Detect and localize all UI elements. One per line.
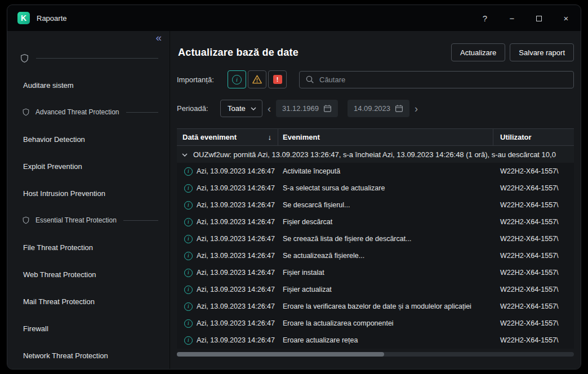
event-user: W22H2-X64-1557\ xyxy=(500,252,559,260)
sidebar-item-firewall[interactable]: Firewall xyxy=(7,315,170,342)
event-date: Azi, 13.09.2023 14:26:47 xyxy=(197,269,275,277)
sidebar-item-label: Mail Threat Protection xyxy=(23,297,95,306)
sidebar-item-label: Host Intrusion Prevention xyxy=(23,189,105,198)
event-date-cell: i Azi, 13.09.2023 14:26:47 xyxy=(177,184,278,193)
window-controls: ? − × xyxy=(480,14,571,23)
event-date-cell: i Azi, 13.09.2023 14:26:47 xyxy=(177,167,278,176)
event-name-cell: Se creează lista de fișiere de descărcat… xyxy=(278,235,493,243)
sidebar-item-mail-threat-protection[interactable]: Mail Threat Protection xyxy=(7,288,170,315)
sidebar-item-auditare-sistem[interactable]: Auditare sistem xyxy=(7,72,170,99)
event-name-cell: Fișier descărcat xyxy=(278,218,493,226)
table-row[interactable]: i Azi, 13.09.2023 14:26:47 Activitate în… xyxy=(177,163,574,180)
search-input[interactable] xyxy=(319,75,568,84)
table-row[interactable]: i Azi, 13.09.2023 14:26:47 Eroare actual… xyxy=(177,332,574,349)
sidebar-item-label: Web Threat Protection xyxy=(23,270,96,279)
sidebar-item-label: Behavior Detection xyxy=(23,135,85,144)
sidebar-menu: Auditare sistem Advanced Threat Protecti… xyxy=(7,44,170,369)
section-divider xyxy=(36,58,158,59)
table-row[interactable]: i Azi, 13.09.2023 14:26:47 Fișier instal… xyxy=(177,264,574,281)
info-icon: i xyxy=(184,235,193,243)
info-icon: i xyxy=(184,336,193,345)
table-row[interactable]: i Azi, 13.09.2023 14:26:47 Eroare la ver… xyxy=(177,298,574,315)
save-report-button[interactable]: Salvare raport xyxy=(510,43,574,61)
table-row[interactable]: i Azi, 13.09.2023 14:26:47 Fișier descăr… xyxy=(177,213,574,230)
page-title: Actualizare bază de date xyxy=(178,47,299,59)
info-icon: i xyxy=(184,201,193,210)
sidebar-collapse-icon[interactable]: « xyxy=(155,32,162,43)
sidebar-item-behavior-detection[interactable]: Behavior Detection xyxy=(7,126,170,153)
event-user: W22H2-X64-1557\ xyxy=(500,218,559,226)
help-icon[interactable]: ? xyxy=(480,14,489,23)
critical-filter-button[interactable]: ! xyxy=(268,70,287,88)
table-header: Dată eveniment ↓ Eveniment Utilizator xyxy=(177,128,574,146)
table-row[interactable]: i Azi, 13.09.2023 14:26:47 Se descarcă f… xyxy=(177,197,574,213)
section-divider xyxy=(126,112,158,113)
sidebar-item-label: Firewall xyxy=(23,324,48,333)
calendar-icon xyxy=(323,104,332,113)
next-period-icon[interactable]: › xyxy=(415,104,418,114)
event-user-cell: W22H2-X64-1557\ xyxy=(493,167,574,175)
period-label: Perioadă: xyxy=(177,104,220,113)
event-user: W22H2-X64-1557\ xyxy=(500,184,559,192)
event-date-cell: i Azi, 13.09.2023 14:26:47 xyxy=(177,252,278,260)
event-user-cell: W22H2-X64-1557\ xyxy=(493,319,574,327)
column-header-user[interactable]: Utilizator xyxy=(493,129,574,145)
search-icon xyxy=(305,75,314,84)
window-body: « Auditare sistem Advanced Threat Protec… xyxy=(7,31,581,369)
event-name-cell: Eroare actualizare rețea xyxy=(278,336,493,344)
date-from-field[interactable]: 31.12.1969 xyxy=(276,100,338,117)
sidebar-item-label: Auditare sistem xyxy=(23,81,74,90)
sidebar-item-exploit-prevention[interactable]: Exploit Prevention xyxy=(7,153,170,180)
column-header-event[interactable]: Eveniment xyxy=(278,129,493,145)
maximize-icon[interactable] xyxy=(534,14,544,23)
horizontal-scrollbar[interactable] xyxy=(177,352,574,357)
table-row[interactable]: i Azi, 13.09.2023 14:26:47 S-a selectat … xyxy=(177,180,574,197)
title-bar: K Rapoarte ? − × xyxy=(7,5,581,31)
search-box xyxy=(299,71,574,88)
column-header-date[interactable]: Dată eveniment ↓ xyxy=(177,129,278,145)
update-button[interactable]: Actualizare xyxy=(451,43,505,61)
event-user: W22H2-X64-1557\ xyxy=(500,286,559,293)
period-filter-row: Perioadă: Toate ‹ 31.12.1969 xyxy=(177,100,574,117)
table-row[interactable]: i Azi, 13.09.2023 14:26:47 Fișier actual… xyxy=(177,281,574,298)
warning-filter-button[interactable] xyxy=(248,70,266,88)
table-body: i Azi, 13.09.2023 14:26:47 Activitate în… xyxy=(177,163,574,349)
event-date-cell: i Azi, 13.09.2023 14:26:47 xyxy=(177,319,278,328)
event-user-cell: W22H2-X64-1557\ xyxy=(493,302,574,310)
sidebar-item-web-threat-protection[interactable]: Web Threat Protection xyxy=(7,261,170,288)
sidebar-item-label: Network Threat Protection xyxy=(23,351,108,360)
importance-filter-group: i ! xyxy=(228,70,287,88)
event-name: Eroare la actualizarea componentei xyxy=(283,319,394,327)
info-icon: i xyxy=(184,319,193,328)
close-icon[interactable]: × xyxy=(562,14,571,23)
minimize-icon[interactable]: − xyxy=(507,14,516,23)
date-to-field[interactable]: 14.09.2023 xyxy=(348,100,409,117)
event-name: Se descarcă fișierul... xyxy=(283,201,350,209)
sidebar-section-advanced-threat-protection: Advanced Threat Protection xyxy=(7,99,170,126)
date-from-value: 31.12.1969 xyxy=(282,104,319,113)
table-row[interactable]: i Azi, 13.09.2023 14:26:47 Se actualizea… xyxy=(177,247,574,264)
app-window: K Rapoarte ? − × « Auditare sistem Advan… xyxy=(7,5,581,369)
event-date: Azi, 13.09.2023 14:26:47 xyxy=(197,184,275,192)
table-row[interactable]: i Azi, 13.09.2023 14:26:47 Se creează li… xyxy=(177,230,574,247)
period-select[interactable]: Toate xyxy=(220,100,262,117)
event-name-cell: Se descarcă fișierul... xyxy=(278,201,493,209)
event-date: Azi, 13.09.2023 14:26:47 xyxy=(197,201,275,209)
main-header: Actualizare bază de date Actualizare Sal… xyxy=(177,43,574,61)
chevron-down-icon xyxy=(182,153,188,157)
info-icon: i xyxy=(184,302,193,311)
info-filter-button[interactable]: i xyxy=(228,70,246,88)
app-title: Rapoarte xyxy=(37,14,66,23)
table-row[interactable]: i Azi, 13.09.2023 14:26:47 Eroare la act… xyxy=(177,315,574,332)
sidebar-item-network-threat-protection[interactable]: Network Threat Protection xyxy=(7,342,170,369)
sidebar-item-file-threat-protection[interactable]: File Threat Protection xyxy=(7,234,170,261)
event-name-cell: Eroare la verificarea bazelor de date și… xyxy=(278,302,493,310)
task-group-row[interactable]: OUZwf2uw: pornită Azi, 13.09.2023 13:26:… xyxy=(177,146,574,163)
scrollbar-thumb[interactable] xyxy=(177,352,384,357)
prev-period-icon[interactable]: ‹ xyxy=(268,104,271,114)
event-name: Se actualizează fișierele... xyxy=(283,252,364,260)
info-icon: i xyxy=(184,184,193,193)
main-panel: Actualizare bază de date Actualizare Sal… xyxy=(170,31,581,369)
sidebar-item-host-intrusion-prevention[interactable]: Host Intrusion Prevention xyxy=(7,180,170,207)
event-user: W22H2-X64-1557\ xyxy=(500,235,559,243)
